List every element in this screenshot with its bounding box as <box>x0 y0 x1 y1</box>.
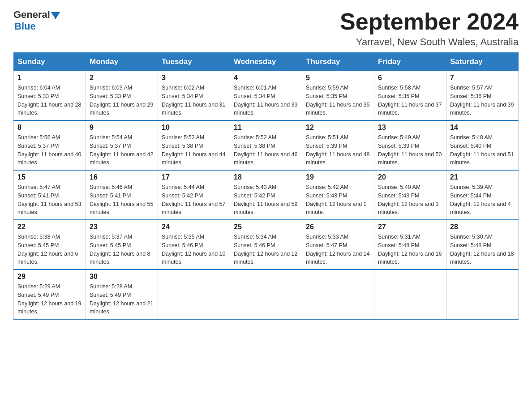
calendar-cell: 16 Sunrise: 5:46 AMSunset: 5:41 PMDaylig… <box>86 170 158 220</box>
day-info: Sunrise: 6:02 AMSunset: 5:34 PMDaylight:… <box>162 84 226 117</box>
day-info: Sunrise: 5:33 AMSunset: 5:47 PMDaylight:… <box>306 233 370 266</box>
calendar-week-row: 22 Sunrise: 5:38 AMSunset: 5:45 PMDaylig… <box>14 220 519 270</box>
title-block: September 2024 Yarravel, New South Wales… <box>340 9 519 48</box>
day-number: 14 <box>450 124 515 132</box>
calendar-table: SundayMondayTuesdayWednesdayThursdayFrid… <box>13 52 519 320</box>
calendar-cell: 6 Sunrise: 5:58 AMSunset: 5:35 PMDayligh… <box>374 71 446 121</box>
day-info: Sunrise: 6:01 AMSunset: 5:34 PMDaylight:… <box>234 84 298 117</box>
calendar-cell: 19 Sunrise: 5:42 AMSunset: 5:43 PMDaylig… <box>302 170 374 220</box>
logo: General Blue <box>13 9 60 32</box>
day-info: Sunrise: 5:31 AMSunset: 5:48 PMDaylight:… <box>378 233 442 266</box>
day-info: Sunrise: 5:59 AMSunset: 5:35 PMDaylight:… <box>306 84 370 117</box>
calendar-cell: 5 Sunrise: 5:59 AMSunset: 5:35 PMDayligh… <box>302 71 374 121</box>
calendar-week-row: 8 Sunrise: 5:56 AMSunset: 5:37 PMDayligh… <box>14 120 519 170</box>
calendar-cell <box>302 270 374 319</box>
calendar-cell: 20 Sunrise: 5:40 AMSunset: 5:43 PMDaylig… <box>374 170 446 220</box>
day-info: Sunrise: 5:57 AMSunset: 5:36 PMDaylight:… <box>450 84 515 117</box>
day-number: 26 <box>306 223 370 231</box>
day-info: Sunrise: 5:42 AMSunset: 5:43 PMDaylight:… <box>306 183 370 217</box>
calendar-cell: 11 Sunrise: 5:52 AMSunset: 5:38 PMDaylig… <box>230 120 302 170</box>
day-number: 29 <box>17 273 82 281</box>
calendar-cell <box>374 270 446 319</box>
day-info: Sunrise: 5:40 AMSunset: 5:43 PMDaylight:… <box>378 183 442 217</box>
day-info: Sunrise: 6:03 AMSunset: 5:33 PMDaylight:… <box>90 84 154 117</box>
calendar-cell: 27 Sunrise: 5:31 AMSunset: 5:48 PMDaylig… <box>374 220 446 270</box>
weekday-header-friday: Friday <box>374 53 446 71</box>
day-info: Sunrise: 5:29 AMSunset: 5:49 PMDaylight:… <box>17 283 82 316</box>
day-number: 30 <box>90 273 154 281</box>
calendar-cell: 29 Sunrise: 5:29 AMSunset: 5:49 PMDaylig… <box>14 270 86 319</box>
day-info: Sunrise: 5:47 AMSunset: 5:41 PMDaylight:… <box>17 183 82 217</box>
logo-triangle-icon <box>51 12 60 19</box>
calendar-week-row: 29 Sunrise: 5:29 AMSunset: 5:49 PMDaylig… <box>14 270 519 319</box>
calendar-cell: 26 Sunrise: 5:33 AMSunset: 5:47 PMDaylig… <box>302 220 374 270</box>
day-number: 2 <box>90 74 154 82</box>
day-number: 18 <box>234 173 298 181</box>
day-number: 3 <box>162 74 226 82</box>
location-title: Yarravel, New South Wales, Australia <box>340 36 519 48</box>
day-number: 28 <box>450 223 515 231</box>
day-info: Sunrise: 5:38 AMSunset: 5:45 PMDaylight:… <box>17 233 82 266</box>
day-info: Sunrise: 5:49 AMSunset: 5:39 PMDaylight:… <box>378 133 442 167</box>
day-number: 12 <box>306 124 370 132</box>
calendar-cell <box>158 270 230 319</box>
calendar-cell: 21 Sunrise: 5:39 AMSunset: 5:44 PMDaylig… <box>446 170 519 220</box>
day-info: Sunrise: 5:34 AMSunset: 5:46 PMDaylight:… <box>234 233 298 266</box>
day-number: 21 <box>450 173 515 181</box>
calendar-cell: 4 Sunrise: 6:01 AMSunset: 5:34 PMDayligh… <box>230 71 302 121</box>
calendar-cell: 22 Sunrise: 5:38 AMSunset: 5:45 PMDaylig… <box>14 220 86 270</box>
day-number: 24 <box>162 223 226 231</box>
calendar-cell: 14 Sunrise: 5:48 AMSunset: 5:40 PMDaylig… <box>446 120 519 170</box>
day-info: Sunrise: 5:48 AMSunset: 5:40 PMDaylight:… <box>450 133 515 167</box>
calendar-cell: 18 Sunrise: 5:43 AMSunset: 5:42 PMDaylig… <box>230 170 302 220</box>
calendar-cell: 17 Sunrise: 5:44 AMSunset: 5:42 PMDaylig… <box>158 170 230 220</box>
day-number: 27 <box>378 223 442 231</box>
weekday-header-saturday: Saturday <box>446 53 519 71</box>
day-info: Sunrise: 5:56 AMSunset: 5:37 PMDaylight:… <box>17 133 82 167</box>
day-info: Sunrise: 5:54 AMSunset: 5:37 PMDaylight:… <box>90 133 154 167</box>
day-number: 15 <box>17 173 82 181</box>
day-number: 19 <box>306 173 370 181</box>
day-number: 1 <box>17 74 82 82</box>
day-info: Sunrise: 5:53 AMSunset: 5:38 PMDaylight:… <box>162 133 226 167</box>
calendar-cell: 30 Sunrise: 5:28 AMSunset: 5:49 PMDaylig… <box>86 270 158 319</box>
weekday-header-sunday: Sunday <box>14 53 86 71</box>
day-info: Sunrise: 5:30 AMSunset: 5:48 PMDaylight:… <box>450 233 515 266</box>
day-number: 20 <box>378 173 442 181</box>
day-number: 10 <box>162 124 226 132</box>
calendar-cell: 12 Sunrise: 5:51 AMSunset: 5:39 PMDaylig… <box>302 120 374 170</box>
day-number: 8 <box>17 124 82 132</box>
day-info: Sunrise: 5:37 AMSunset: 5:45 PMDaylight:… <box>90 233 154 266</box>
day-info: Sunrise: 5:58 AMSunset: 5:35 PMDaylight:… <box>378 84 442 117</box>
weekday-header-thursday: Thursday <box>302 53 374 71</box>
day-number: 9 <box>90 124 154 132</box>
day-number: 11 <box>234 124 298 132</box>
day-number: 7 <box>450 74 515 82</box>
day-number: 6 <box>378 74 442 82</box>
calendar-cell: 24 Sunrise: 5:35 AMSunset: 5:46 PMDaylig… <box>158 220 230 270</box>
calendar-cell: 1 Sunrise: 6:04 AMSunset: 5:33 PMDayligh… <box>14 71 86 121</box>
calendar-cell: 10 Sunrise: 5:53 AMSunset: 5:38 PMDaylig… <box>158 120 230 170</box>
calendar-body: 1 Sunrise: 6:04 AMSunset: 5:33 PMDayligh… <box>14 71 519 320</box>
weekday-header-tuesday: Tuesday <box>158 53 230 71</box>
day-number: 17 <box>162 173 226 181</box>
day-number: 5 <box>306 74 370 82</box>
day-info: Sunrise: 5:28 AMSunset: 5:49 PMDaylight:… <box>90 283 154 316</box>
calendar-cell: 9 Sunrise: 5:54 AMSunset: 5:37 PMDayligh… <box>86 120 158 170</box>
day-info: Sunrise: 5:51 AMSunset: 5:39 PMDaylight:… <box>306 133 370 167</box>
weekday-header-row: SundayMondayTuesdayWednesdayThursdayFrid… <box>14 53 519 71</box>
day-info: Sunrise: 5:39 AMSunset: 5:44 PMDaylight:… <box>450 183 515 217</box>
logo-general-text: General <box>13 9 50 21</box>
day-number: 16 <box>90 173 154 181</box>
day-info: Sunrise: 5:44 AMSunset: 5:42 PMDaylight:… <box>162 183 226 217</box>
day-info: Sunrise: 5:52 AMSunset: 5:38 PMDaylight:… <box>234 133 298 167</box>
calendar-week-row: 15 Sunrise: 5:47 AMSunset: 5:41 PMDaylig… <box>14 170 519 220</box>
calendar-cell: 3 Sunrise: 6:02 AMSunset: 5:34 PMDayligh… <box>158 71 230 121</box>
day-number: 4 <box>234 74 298 82</box>
calendar-cell: 15 Sunrise: 5:47 AMSunset: 5:41 PMDaylig… <box>14 170 86 220</box>
day-info: Sunrise: 5:35 AMSunset: 5:46 PMDaylight:… <box>162 233 226 266</box>
page-header: General Blue September 2024 Yarravel, Ne… <box>13 9 519 48</box>
month-title: September 2024 <box>340 9 519 34</box>
calendar-cell <box>446 270 519 319</box>
calendar-cell <box>230 270 302 319</box>
